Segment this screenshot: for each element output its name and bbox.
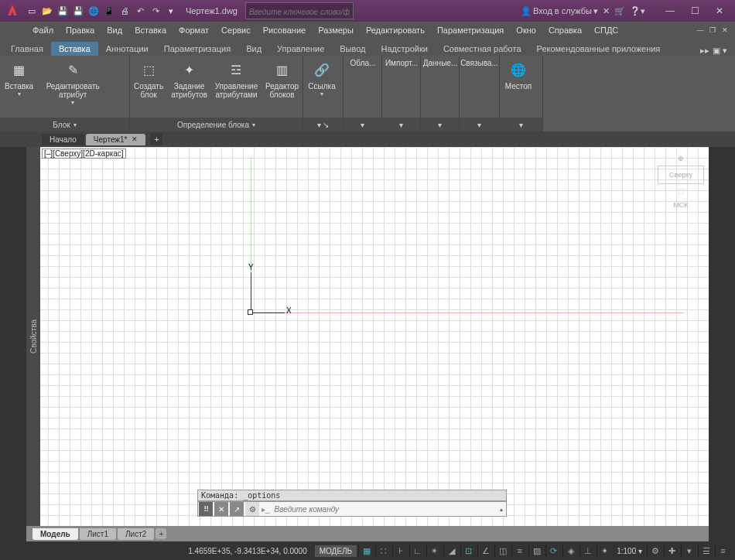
tab-annotate[interactable]: Аннотации (98, 42, 156, 56)
menu-modify[interactable]: Редактировать (360, 24, 431, 36)
properties-panel-collapsed[interactable]: Свойства (26, 147, 40, 526)
tab-output[interactable]: Вывод (332, 42, 373, 56)
otrack-toggle-icon[interactable]: ◫ (494, 544, 510, 558)
status-model-button[interactable]: МОДЕЛЬ (315, 545, 357, 557)
doc-tab-drawing[interactable]: Чертеж1* ✕ (86, 134, 146, 145)
cycling-toggle-icon[interactable]: ⟳ (545, 544, 561, 558)
layout-add-button[interactable]: + (156, 528, 166, 539)
edit-attribute-button[interactable]: ✎ Редактировать атрибут ▾ (38, 56, 108, 118)
panel-footer-4[interactable]: ▾ (460, 118, 499, 131)
isodraft-toggle-icon[interactable]: ◢ (443, 544, 459, 558)
mobile-icon[interactable]: 📱 (102, 4, 116, 18)
panel-blockdef-footer[interactable]: Определение блока (130, 118, 303, 131)
doc-tab-add-button[interactable]: + (150, 133, 162, 145)
panel-ref-footer[interactable]: ▾ ↘ (303, 118, 343, 131)
doc-restore-icon[interactable]: ❐ (707, 25, 718, 36)
save-icon[interactable]: 💾 (56, 4, 70, 18)
drawing-canvas[interactable]: [–][Сверху][2D-каркас] X Y ⊕ Сверху ⬚ МС… (26, 147, 709, 526)
search-box[interactable] (245, 2, 354, 19)
close-button[interactable]: ✕ (707, 2, 732, 20)
dynamic-ucs-icon[interactable]: ⊥ (579, 544, 595, 558)
menu-view[interactable]: Вид (101, 24, 128, 36)
cmd-customize-icon[interactable]: ⚙ (245, 502, 259, 516)
reference-button[interactable]: 🔗 Ссылка ▾ (303, 56, 340, 118)
lineweight-toggle-icon[interactable]: ≡ (511, 544, 527, 558)
menu-edit[interactable]: Правка (60, 24, 101, 36)
viewport-label[interactable]: [–][Сверху][2D-каркас] (42, 149, 126, 159)
annotation-scale[interactable]: 1:100 ▾ (614, 547, 645, 555)
cart-icon[interactable]: 🛒 (614, 6, 625, 16)
doc-close-icon[interactable]: ✕ (720, 25, 730, 36)
cmd-close-icon[interactable]: ✕ (214, 502, 228, 516)
viewcube-wcs[interactable]: МСК (658, 198, 704, 212)
redo-icon[interactable]: ↷ (149, 4, 162, 18)
ribbon-collapse-icon[interactable]: ▣ ▾ (713, 46, 727, 56)
help-icon[interactable]: ❔▾ (630, 6, 645, 16)
tab-parametric[interactable]: Параметризация (156, 42, 238, 56)
play-icon[interactable]: ▸▸ (700, 46, 709, 56)
compass-icon[interactable]: ⊕ (658, 152, 704, 166)
transparency-toggle-icon[interactable]: ▨ (528, 544, 544, 558)
tab-home[interactable]: Главная (3, 42, 51, 56)
panel-footer-3[interactable]: ▾ (421, 118, 459, 131)
qat-dropdown-icon[interactable]: ▾ (164, 4, 178, 18)
snap-toggle-icon[interactable]: ⸬ (375, 544, 391, 558)
app-logo-icon[interactable] (3, 2, 22, 20)
command-input[interactable] (272, 505, 497, 514)
menu-spds[interactable]: СПДС (588, 24, 624, 36)
define-attributes-button[interactable]: ✦ Задание атрибутов (167, 56, 211, 118)
panel-footer-2[interactable]: ▾ (382, 118, 420, 131)
block-editor-button[interactable]: ▥ Редактор блоков (262, 56, 303, 118)
infer-toggle-icon[interactable]: ⊦ (392, 544, 408, 558)
cmd-drag-icon[interactable]: ⠿ (199, 502, 213, 516)
osnap-toggle-icon[interactable]: ⊡ (460, 544, 476, 558)
manage-attributes-button[interactable]: ☲ Управление атрибутами (211, 56, 262, 118)
annotation-monitor-icon[interactable]: ✚ (664, 544, 679, 558)
maximize-button[interactable]: ☐ (682, 2, 707, 20)
tab-addins[interactable]: Надстройки (374, 42, 436, 56)
doc-tab-close-icon[interactable]: ✕ (132, 135, 138, 143)
linking-button[interactable]: Связыва (460, 56, 499, 118)
ortho-toggle-icon[interactable]: ∟ (409, 544, 425, 558)
customization-icon[interactable]: ≡ (715, 544, 730, 558)
layout-tab-model[interactable]: Модель (32, 528, 78, 540)
new-icon[interactable]: ▭ (25, 4, 39, 18)
tab-view[interactable]: Вид (238, 42, 269, 56)
tab-manage[interactable]: Управление (269, 42, 332, 56)
menu-parametric[interactable]: Параметризация (431, 24, 510, 36)
layout-tab-sheet1[interactable]: Лист1 (80, 528, 116, 540)
tab-collaborate[interactable]: Совместная работа (436, 42, 529, 56)
exchange-icon[interactable]: ✕ (603, 6, 610, 16)
data-button[interactable]: Данные (421, 56, 460, 118)
pointcloud-button[interactable]: Обла (344, 56, 382, 118)
minimize-button[interactable]: — (658, 2, 682, 20)
open-icon[interactable]: 📂 (40, 4, 54, 18)
menu-help[interactable]: Справка (542, 24, 588, 36)
units-icon[interactable]: ▾ (681, 544, 696, 558)
menu-format[interactable]: Формат (173, 24, 215, 36)
create-block-button[interactable]: ⬚ Создать блок (130, 56, 167, 118)
workspace-toggle-icon[interactable]: ⚙ (647, 544, 662, 558)
viewcube-handle-icon[interactable]: ⬚ (658, 184, 704, 198)
menu-file[interactable]: Файл (26, 24, 60, 36)
angle-toggle-icon[interactable]: ∠ (477, 544, 493, 558)
signin-button[interactable]: 👤 Вход в службы ▾ (521, 6, 598, 16)
status-coordinates[interactable]: 1.4659E+35, -9.3413E+34, 0.0000 (182, 547, 313, 555)
saveas-icon[interactable]: 💾 (71, 4, 85, 18)
location-button[interactable]: 🌐Местоп (500, 56, 537, 118)
viewcube[interactable]: ⊕ Сверху ⬚ МСК (658, 152, 704, 212)
menu-insert[interactable]: Вставка (128, 24, 173, 36)
menu-window[interactable]: Окно (510, 24, 542, 36)
print-icon[interactable]: 🖨 (118, 4, 132, 18)
undo-icon[interactable]: ↶ (133, 4, 147, 18)
viewcube-top[interactable]: Сверху (658, 166, 704, 184)
panel-footer-5[interactable]: ▾ (500, 118, 542, 131)
tab-featured[interactable]: Рекомендованные приложения (529, 42, 668, 56)
doc-minimize-icon[interactable]: — (695, 25, 706, 36)
cmd-expand-icon[interactable]: ▴ (497, 506, 506, 513)
3dosnap-toggle-icon[interactable]: ◈ (562, 544, 578, 558)
menu-draw[interactable]: Рисование (257, 24, 312, 36)
quick-properties-icon[interactable]: ☰ (698, 544, 713, 558)
gizmo-toggle-icon[interactable]: ✦ (597, 544, 612, 558)
menu-tools[interactable]: Сервис (215, 24, 257, 36)
